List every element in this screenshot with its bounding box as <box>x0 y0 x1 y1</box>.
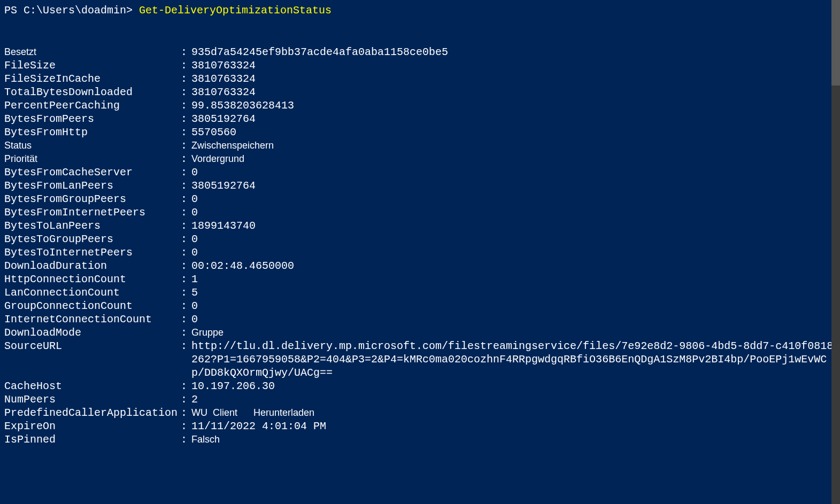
colon-separator: : <box>181 313 191 326</box>
output-row: BytesToGroupPeers:0 <box>4 232 836 246</box>
property-key: BytesFromGroupPeers <box>4 192 181 206</box>
property-value: 0 <box>191 299 836 313</box>
colon-separator: : <box>181 86 191 99</box>
output-row: BytesFromHttp:5570560 <box>4 126 836 139</box>
output-row: DownloadDuration:00:02:48.4650000 <box>4 259 836 273</box>
output-row: IsPinned:Falsch <box>4 433 836 446</box>
property-value: 5 <box>191 286 836 299</box>
output-row: DownloadMode:Gruppe <box>4 326 836 339</box>
property-key: BytesToGroupPeers <box>4 232 181 246</box>
property-key: TotalBytesDownloaded <box>4 86 181 99</box>
property-value: 0 <box>191 246 836 259</box>
colon-separator: : <box>181 59 191 72</box>
property-value: 1899143740 <box>191 219 836 232</box>
property-value: Gruppe <box>191 326 836 339</box>
output-row: NumPeers:2 <box>4 393 836 406</box>
output-row: BytesFromInternetPeers:0 <box>4 206 836 219</box>
colon-separator: : <box>181 299 191 313</box>
property-value: 10.197.206.30 <box>191 379 836 393</box>
output-row: BytesFromLanPeers:3805192764 <box>4 179 836 192</box>
property-value: 99.8538203628413 <box>191 99 836 112</box>
colon-separator: : <box>181 139 191 152</box>
colon-separator: : <box>181 406 191 420</box>
property-key: IsPinned <box>4 433 181 446</box>
property-value: 11/11/2022 4:01:04 PM <box>191 420 836 433</box>
property-value: 3810763324 <box>191 72 836 86</box>
property-value: 5570560 <box>191 126 836 139</box>
colon-separator: : <box>181 206 191 219</box>
output-row: PredefinedCallerApplication:WU Client He… <box>4 406 836 420</box>
property-key: InternetConnectionCount <box>4 313 181 326</box>
colon-separator: : <box>181 259 191 273</box>
property-key: PredefinedCallerApplication <box>4 406 181 420</box>
output-row: BytesFromCacheServer:0 <box>4 166 836 179</box>
colon-separator: : <box>181 246 191 259</box>
property-value: Zwischenspeichern <box>191 139 836 152</box>
property-key: BytesFromPeers <box>4 112 181 126</box>
property-key: SourceURL <box>4 339 181 353</box>
property-key: FileSizeInCache <box>4 72 181 86</box>
property-key: BytesFromInternetPeers <box>4 206 181 219</box>
output-spacer <box>4 19 836 45</box>
output-row: LanConnectionCount:5 <box>4 286 836 299</box>
output-row: FileSize:3810763324 <box>4 59 836 72</box>
property-value: 935d7a54245ef9bb37acde4afa0aba1158ce0be5 <box>191 45 836 59</box>
colon-separator: : <box>181 326 191 339</box>
property-value: 00:02:48.4650000 <box>191 259 836 273</box>
command-text: Get-DeliveryOptimizationStatus <box>139 4 332 17</box>
output-row: Priorität:Vordergrund <box>4 152 836 166</box>
colon-separator: : <box>181 72 191 86</box>
scrollbar[interactable] <box>831 0 840 504</box>
property-value: 2 <box>191 393 836 406</box>
scrollbar-thumb[interactable] <box>831 0 840 86</box>
output-row: ExpireOn:11/11/2022 4:01:04 PM <box>4 420 836 433</box>
property-value: 0 <box>191 166 836 179</box>
property-key: LanConnectionCount <box>4 286 181 299</box>
property-value: 0 <box>191 313 836 326</box>
output-row: TotalBytesDownloaded:3810763324 <box>4 86 836 99</box>
colon-separator: : <box>181 433 191 446</box>
output-row: FileSizeInCache:3810763324 <box>4 72 836 86</box>
colon-separator: : <box>181 273 191 286</box>
output-row: GroupConnectionCount:0 <box>4 299 836 313</box>
output-row: BytesFromPeers:3805192764 <box>4 112 836 126</box>
shell-prompt: PS C:\Users\doadmin> <box>4 4 139 17</box>
property-key: BytesToInternetPeers <box>4 246 181 259</box>
property-value: Falsch <box>191 433 836 446</box>
property-key: ExpireOn <box>4 420 181 433</box>
property-key: HttpConnectionCount <box>4 273 181 286</box>
property-value: 3805192764 <box>191 179 836 192</box>
property-key: Priorität <box>4 152 181 166</box>
property-value: http://tlu.dl.delivery.mp.microsoft.com/… <box>191 339 836 379</box>
colon-separator: : <box>181 126 191 139</box>
property-key: Status <box>4 139 181 152</box>
colon-separator: : <box>181 166 191 179</box>
property-key: DownloadDuration <box>4 259 181 273</box>
output-row: BytesFromGroupPeers:0 <box>4 192 836 206</box>
property-key: NumPeers <box>4 393 181 406</box>
colon-separator: : <box>181 219 191 232</box>
colon-separator: : <box>181 339 191 353</box>
colon-separator: : <box>181 232 191 246</box>
property-value: Vordergrund <box>191 152 836 166</box>
output-row: InternetConnectionCount:0 <box>4 313 836 326</box>
property-value: 0 <box>191 192 836 206</box>
property-value: WU Client Herunterladen <box>191 406 836 420</box>
property-value: 1 <box>191 273 836 286</box>
colon-separator: : <box>181 45 191 59</box>
property-key: CacheHost <box>4 379 181 393</box>
output-row: BytesToLanPeers:1899143740 <box>4 219 836 232</box>
colon-separator: : <box>181 112 191 126</box>
prompt-line: PS C:\Users\doadmin> Get-DeliveryOptimiz… <box>4 4 836 17</box>
property-key: BytesFromHttp <box>4 126 181 139</box>
colon-separator: : <box>181 192 191 206</box>
property-value: 0 <box>191 232 836 246</box>
colon-separator: : <box>181 152 191 166</box>
colon-separator: : <box>181 393 191 406</box>
output-row: CacheHost:10.197.206.30 <box>4 379 836 393</box>
colon-separator: : <box>181 379 191 393</box>
output-row: BytesToInternetPeers:0 <box>4 246 836 259</box>
property-key: FileSize <box>4 59 181 72</box>
property-key: GroupConnectionCount <box>4 299 181 313</box>
output-row: PercentPeerCaching:99.8538203628413 <box>4 99 836 112</box>
